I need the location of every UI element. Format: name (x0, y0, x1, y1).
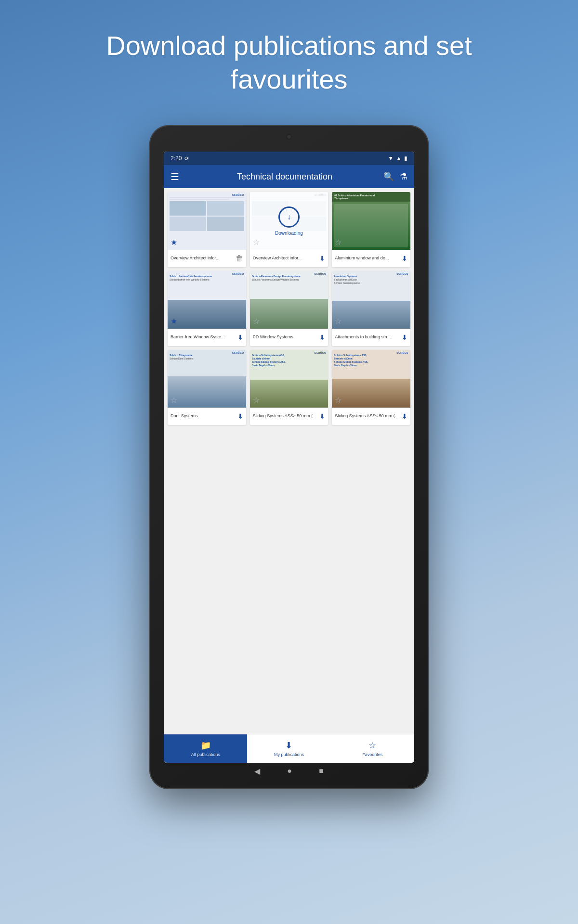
publication-card-1[interactable]: SCHÜCO ★ (168, 192, 246, 267)
pub-title-3: Aluminium window and do... (335, 256, 400, 261)
downloading-overlay: ↓ Downloading (250, 192, 328, 250)
pub-footer-8: Sliding Systems ASS≥ 50 mm (... ⬇ (250, 408, 328, 425)
search-icon[interactable]: 🔍 (383, 171, 394, 182)
publication-card-3[interactable]: 01 Schüco Aluminium Fenster- undTürsyste… (332, 192, 410, 267)
pub-footer-5: PD Window Systems ⬇ (250, 329, 328, 346)
pub-title-6: Attachments to building stru... (335, 334, 400, 340)
downloading-circle: ↓ (278, 206, 300, 228)
app-bar: ☰ Technical documentation 🔍 ⚗ (164, 165, 414, 188)
pub-footer-6: Attachments to building stru... ⬇ (332, 329, 410, 346)
pub-title-1: Overview Architect infor... (171, 256, 236, 261)
pub-thumb-6: SCHÜCO Aluminium SystemsBauklöberanschlü… (332, 271, 410, 329)
download-icon-4[interactable]: ⬇ (237, 334, 243, 341)
star-icon-4[interactable]: ★ (171, 317, 177, 326)
pub-title-4: Barrier-free Window Syste... (171, 334, 236, 340)
publication-card-7[interactable]: SCHÜCO Schüco TürsystemeSchüco Door Syst… (168, 350, 246, 425)
pub-thumb-3: 01 Schüco Aluminium Fenster- undTürsyste… (332, 192, 410, 250)
app-bar-title: Technical documentation (186, 172, 383, 182)
bottom-nav: 📁 All publications ⬇ My publications ☆ F… (164, 734, 414, 763)
pub-title-9: Sliding Systems ASS≤ 50 mm (... (335, 413, 400, 419)
wifi-icon: ▼ (388, 155, 394, 162)
download-icon-6[interactable]: ⬇ (402, 334, 407, 341)
all-publications-icon: 📁 (200, 740, 211, 751)
star-icon-6[interactable]: ☆ (335, 317, 342, 326)
tab-all-label: All publications (191, 752, 220, 757)
pub-title-5: PD Window Systems (253, 334, 318, 340)
download-icon-5[interactable]: ⬇ (319, 334, 325, 341)
pub-title-7: Door Systems (171, 413, 236, 419)
sync-icon: ⟳ (184, 155, 189, 162)
tablet-outer: 2:20 ⟳ ▼ ▲ ▮ ☰ Technical documentation 🔍… (149, 125, 429, 789)
star-icon-8[interactable]: ☆ (253, 396, 260, 405)
publication-card-6[interactable]: SCHÜCO Aluminium SystemsBauklöberanschlü… (332, 271, 410, 346)
star-icon-1[interactable]: ★ (171, 238, 177, 247)
battery-icon: ▮ (404, 155, 407, 162)
home-button[interactable]: ● (287, 767, 292, 775)
back-button[interactable]: ◀ (254, 767, 260, 776)
star-icon-3[interactable]: ☆ (335, 238, 342, 247)
recent-button[interactable]: ■ (319, 767, 324, 775)
star-icon-5[interactable]: ☆ (253, 317, 260, 326)
tablet-screen: 2:20 ⟳ ▼ ▲ ▮ ☰ Technical documentation 🔍… (164, 152, 414, 763)
pub-thumb-1: SCHÜCO ★ (168, 192, 246, 250)
pub-title-8: Sliding Systems ASS≥ 50 mm (... (253, 413, 318, 419)
star-icon-2[interactable]: ☆ (253, 238, 260, 247)
download-icon-8[interactable]: ⬇ (319, 412, 325, 420)
pub-footer-9: Sliding Systems ASS≤ 50 mm (... ⬇ (332, 408, 410, 425)
hero-title: Download publications and set favourites (72, 29, 506, 96)
pub-thumb-9: SCHÜCO Schüco Schiebsysteme ASS,Bautiefe… (332, 350, 410, 408)
signal-icon: ▲ (396, 155, 402, 162)
publication-card-4[interactable]: SCHÜCO Schüco barrierefreie Fenstersyste… (168, 271, 246, 346)
pub-thumb-8: SCHÜCO Schüco Schiebsysteme ASS,Bautiefe… (250, 350, 328, 408)
star-icon-9[interactable]: ☆ (335, 396, 342, 405)
pub-footer-7: Door Systems ⬇ (168, 408, 246, 425)
menu-icon[interactable]: ☰ (171, 171, 179, 182)
tab-fav-label: Favourites (362, 752, 382, 757)
status-time: 2:20 (171, 155, 182, 162)
tablet-device: 2:20 ⟳ ▼ ▲ ▮ ☰ Technical documentation 🔍… (149, 125, 429, 789)
tab-my-publications[interactable]: ⬇ My publications (247, 734, 330, 763)
pub-thumb-2: SCHÜCO (250, 192, 328, 250)
downloading-label: Downloading (275, 231, 303, 236)
publication-card-9[interactable]: SCHÜCO Schüco Schiebsysteme ASS,Bautiefe… (332, 350, 410, 425)
download-icon-9[interactable]: ⬇ (402, 412, 407, 420)
download-icon-3[interactable]: ⬇ (402, 255, 407, 262)
delete-icon-1[interactable]: 🗑 (236, 254, 243, 263)
pub-thumb-4: SCHÜCO Schüco barrierefreie Fenstersyste… (168, 271, 246, 329)
download-icon-2[interactable]: ⬇ (319, 255, 325, 262)
pub-footer-4: Barrier-free Window Syste... ⬇ (168, 329, 246, 346)
publication-card-8[interactable]: SCHÜCO Schüco Schiebsysteme ASS,Bautiefe… (250, 350, 328, 425)
filter-icon[interactable]: ⚗ (400, 171, 407, 182)
pub-title-2: Overview Architect infor... (253, 256, 318, 261)
publication-card-5[interactable]: SCHÜCO Schüco Panorama Design Fenstersys… (250, 271, 328, 346)
android-nav-bar: ◀ ● ■ (241, 763, 337, 779)
download-icon-7[interactable]: ⬇ (237, 412, 243, 420)
publications-grid: SCHÜCO ★ (164, 188, 414, 734)
publication-card-2[interactable]: SCHÜCO (250, 192, 328, 267)
tab-my-label: My publications (274, 752, 304, 757)
pub-footer-2: Overview Architect infor... ⬇ (250, 250, 328, 267)
pub-thumb-7: SCHÜCO Schüco TürsystemeSchüco Door Syst… (168, 350, 246, 408)
favourites-icon: ☆ (368, 740, 376, 751)
tablet-camera (286, 134, 292, 140)
pub-footer-3: Aluminium window and do... ⬇ (332, 250, 410, 267)
my-publications-icon: ⬇ (285, 740, 292, 751)
app-bar-actions: 🔍 ⚗ (383, 171, 407, 182)
tab-favourites[interactable]: ☆ Favourites (331, 734, 414, 763)
pub-thumb-5: SCHÜCO Schüco Panorama Design Fenstersys… (250, 271, 328, 329)
pub-footer-1: Overview Architect infor... 🗑 (168, 250, 246, 267)
star-icon-7[interactable]: ☆ (171, 396, 177, 405)
tab-all-publications[interactable]: 📁 All publications (164, 734, 247, 763)
status-bar: 2:20 ⟳ ▼ ▲ ▮ (164, 152, 414, 165)
